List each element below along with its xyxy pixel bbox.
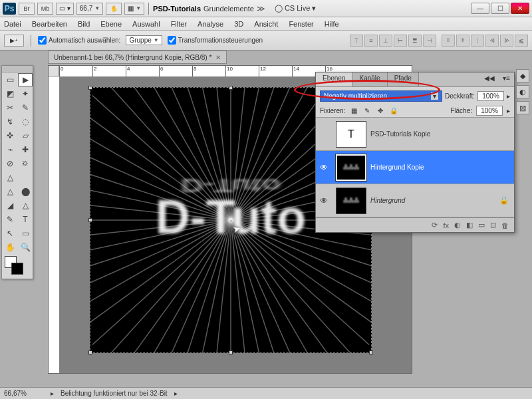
- tool-button[interactable]: ↯: [3, 115, 17, 128]
- status-zoom[interactable]: 66,67%: [4, 390, 44, 397]
- distribute-top-icon[interactable]: ⫴: [442, 35, 455, 47]
- align-hcenter-icon[interactable]: ≣: [408, 35, 422, 47]
- layer-row[interactable]: TPSD-Tutorials Kopie: [316, 118, 514, 151]
- distribute-bottom-icon[interactable]: ⫶: [471, 35, 484, 47]
- auto-select-checkbox[interactable]: [38, 36, 47, 45]
- menu-ebene[interactable]: Ebene: [100, 20, 122, 28]
- hand-button[interactable]: ✋: [106, 3, 122, 15]
- transform-handle-ml[interactable]: [88, 218, 92, 222]
- dock-adjustments-icon[interactable]: ◐: [516, 85, 529, 98]
- move-tool-preset[interactable]: ▶+: [4, 35, 24, 47]
- zoom-dropdown[interactable]: 66,7▼: [76, 3, 103, 15]
- transform-checkbox[interactable]: [168, 36, 176, 45]
- blend-mode-dropdown[interactable]: Negativ multiplizieren ▾: [320, 90, 442, 102]
- align-vcenter-icon[interactable]: ≡: [364, 35, 378, 47]
- double-chevron-icon[interactable]: ≫: [257, 4, 265, 13]
- align-left-icon[interactable]: ⊢: [394, 35, 407, 47]
- distribute-vcenter-icon[interactable]: ⫵: [456, 35, 469, 47]
- maximize-button[interactable]: ☐: [491, 3, 509, 14]
- layer-thumbnail[interactable]: T: [336, 121, 366, 148]
- distribute-left-icon[interactable]: ⫷: [485, 35, 499, 47]
- transform-handle-br[interactable]: [369, 350, 373, 354]
- distribute-hcenter-icon[interactable]: ⫸: [500, 35, 513, 47]
- tool-button[interactable]: ✦: [18, 87, 33, 100]
- menu-analyse[interactable]: Analyse: [198, 20, 223, 28]
- layer-row[interactable]: 👁⁂⁂⁂Hintergrund🔒: [316, 184, 514, 217]
- distribute-right-icon[interactable]: ⫹: [515, 35, 528, 47]
- lock-paint-icon[interactable]: ✎: [362, 106, 372, 116]
- tool-button[interactable]: T: [18, 213, 33, 226]
- panel-collapse-icon[interactable]: ◀◀: [480, 72, 499, 86]
- layer-thumbnail[interactable]: ⁂⁂⁂: [336, 188, 366, 214]
- tool-button[interactable]: ✎: [3, 213, 17, 226]
- tab-pfade[interactable]: Pfade: [388, 72, 419, 86]
- menu-ansicht[interactable]: Ansicht: [254, 20, 278, 28]
- menu-filter[interactable]: Filter: [171, 20, 187, 28]
- bridge-button[interactable]: Br: [19, 3, 35, 15]
- tool-button[interactable]: ⛭: [18, 157, 33, 170]
- dock-swatches-icon[interactable]: ▧: [516, 101, 529, 114]
- minimize-button[interactable]: —: [471, 3, 489, 14]
- menu-auswahl[interactable]: Auswahl: [132, 20, 160, 28]
- lock-transparent-icon[interactable]: ▦: [349, 106, 358, 116]
- document-tab[interactable]: Unbenannt-1 bei 66,7% (Hintergrund Kopie…: [48, 51, 227, 64]
- align-bottom-icon[interactable]: ⊥: [379, 35, 392, 47]
- tool-button[interactable]: ✚: [18, 143, 33, 156]
- close-tab-icon[interactable]: ✕: [215, 54, 221, 61]
- menu-datei[interactable]: Datei: [4, 20, 21, 28]
- tool-button[interactable]: ✋: [3, 241, 17, 254]
- tool-button[interactable]: [18, 171, 33, 184]
- tool-button[interactable]: ▱: [18, 129, 33, 142]
- visibility-toggle-icon[interactable]: 👁: [316, 196, 332, 205]
- tab-ebenen[interactable]: Ebenen: [316, 72, 352, 86]
- transform-handle-bl[interactable]: [88, 350, 92, 354]
- tool-button[interactable]: ▭: [18, 227, 33, 240]
- tab-kanaele[interactable]: Kanäle: [352, 72, 387, 86]
- tool-button[interactable]: ◢: [3, 199, 17, 212]
- menu-3d[interactable]: 3D: [234, 20, 243, 28]
- auto-select-check[interactable]: Automatisch auswählen:: [38, 36, 120, 45]
- tool-button[interactable]: ◩: [3, 87, 17, 100]
- tool-button[interactable]: △: [18, 199, 33, 212]
- transform-handle-bm[interactable]: [229, 350, 233, 354]
- tool-button[interactable]: △: [3, 171, 17, 184]
- layer-row[interactable]: 👁⁂⁂⁂Hintergrund Kopie: [316, 151, 514, 184]
- tool-button[interactable]: ⌁: [3, 143, 17, 156]
- panel-footer-button[interactable]: ⊡: [490, 221, 496, 229]
- panel-footer-button[interactable]: ⟳: [432, 221, 438, 229]
- fill-input[interactable]: 100%: [476, 106, 503, 116]
- visibility-toggle-icon[interactable]: 👁: [316, 163, 332, 172]
- fill-flyout-icon[interactable]: ▸: [507, 107, 510, 114]
- tool-button[interactable]: ✎: [18, 101, 33, 114]
- opacity-flyout-icon[interactable]: ▸: [507, 92, 510, 100]
- align-right-icon[interactable]: ⊣: [423, 35, 436, 47]
- transform-handle-tm[interactable]: [229, 86, 233, 90]
- cslive-button[interactable]: ◯ CS Live ▾: [275, 4, 317, 13]
- tool-button[interactable]: 🔍: [18, 241, 33, 254]
- transform-controls-check[interactable]: Transformationssteuerungen: [168, 36, 263, 45]
- tool-button[interactable]: ◌: [18, 115, 33, 128]
- close-button[interactable]: ✕: [511, 3, 529, 14]
- menu-bearbeiten[interactable]: Bearbeiten: [32, 20, 67, 28]
- panel-footer-button[interactable]: ▭: [478, 221, 485, 229]
- minibridge-button[interactable]: Mb: [37, 3, 53, 15]
- menu-hilfe[interactable]: Hilfe: [325, 20, 339, 28]
- lock-all-icon[interactable]: 🔒: [389, 106, 398, 116]
- panel-menu-icon[interactable]: ▾≡: [499, 72, 514, 86]
- status-flyout-icon[interactable]: ▸: [51, 390, 54, 397]
- tool-button[interactable]: △: [3, 185, 17, 198]
- screen-mode-dropdown[interactable]: ▭ ▾: [56, 3, 74, 15]
- panel-footer-button[interactable]: ◧: [466, 221, 473, 229]
- ruler-vertical[interactable]: [49, 76, 59, 373]
- menu-bild[interactable]: Bild: [78, 20, 90, 28]
- opacity-input[interactable]: 100%: [477, 91, 504, 101]
- dock-layers-icon[interactable]: ◆: [516, 69, 529, 82]
- workspace-doc-label[interactable]: Grundelemente: [203, 5, 254, 13]
- lock-position-icon[interactable]: ✥: [376, 106, 385, 116]
- transform-handle-tl[interactable]: [88, 86, 92, 90]
- arrange-docs-dropdown[interactable]: ▦▼: [124, 3, 144, 15]
- auto-select-dropdown[interactable]: Gruppe▼: [126, 35, 162, 45]
- status-flyout-icon[interactable]: ▸: [174, 390, 178, 397]
- align-top-icon[interactable]: ⊤: [350, 35, 363, 47]
- background-swatch[interactable]: [11, 263, 23, 275]
